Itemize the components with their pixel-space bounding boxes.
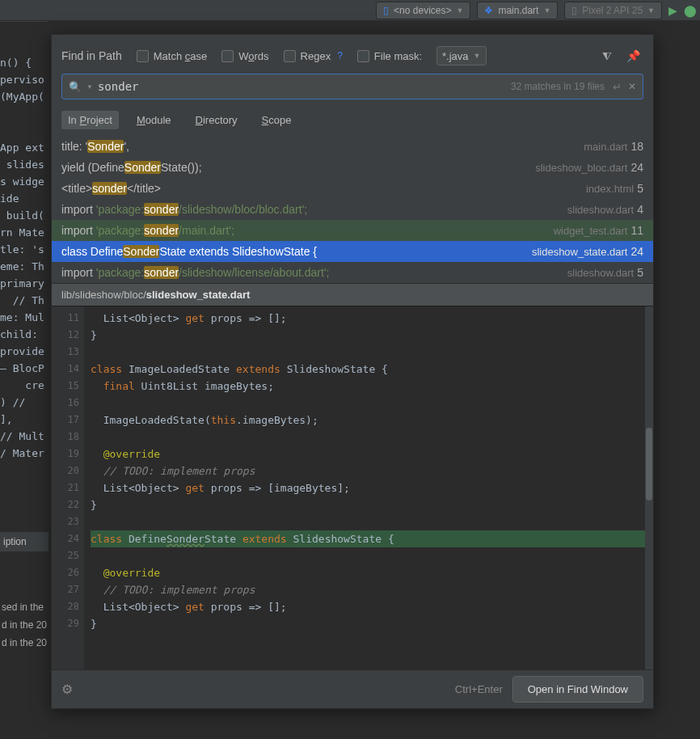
clear-icon[interactable]: ✕ (628, 81, 636, 92)
enter-icon: ↵ (613, 81, 622, 93)
ide-toolbar: ▯ <no devices> ▼ ❖ main.dart ▼ ▯ Pixel 2… (0, 0, 700, 21)
results-list: title: 'Sonder',main.dart18yield (Define… (52, 136, 653, 283)
checkbox[interactable] (137, 50, 149, 62)
checkbox[interactable] (284, 50, 296, 62)
scope-tab[interactable]: Directory (189, 111, 244, 129)
result-row[interactable]: import 'package:sonder/main.dart';widget… (52, 220, 653, 241)
gutter: 11121314151617181920212223242526272829 (52, 306, 84, 669)
background-panel-label: iption (0, 532, 48, 551)
result-row[interactable]: title: 'Sonder',main.dart18 (52, 136, 653, 157)
scrollbar[interactable] (645, 306, 653, 669)
search-input[interactable] (98, 80, 511, 93)
chevron-down-icon: ▼ (456, 6, 463, 15)
preview-file-path: lib/slideshow/bloc/slideshow_state.dart (52, 283, 653, 306)
match-case-option[interactable]: Match case (137, 50, 207, 62)
device-selector[interactable]: ▯ <no devices> ▼ (376, 2, 470, 19)
run-config-selector[interactable]: ❖ main.dart ▼ (477, 2, 558, 19)
scope-tabs: In ProjectModuleDirectoryScope (52, 99, 653, 136)
result-row[interactable]: class DefineSonderState extends Slidesho… (52, 241, 653, 262)
checkbox[interactable] (221, 50, 234, 62)
run-icon[interactable]: ▶ (668, 4, 677, 17)
find-in-path-dialog: Find in Path Match case Words Regex ? Fi… (51, 34, 654, 709)
dialog-header: Find in Path Match case Words Regex ? Fi… (52, 35, 653, 74)
match-count: 32 matches in 19 files (511, 81, 605, 92)
result-row[interactable]: import 'package:sonder/slideshow/license… (52, 262, 653, 283)
gear-icon[interactable]: ⚙ (61, 682, 73, 697)
code-lines[interactable]: List<Object> get props => []; } class Im… (84, 306, 653, 669)
search-box: 🔍 ▼ 32 matches in 19 files ↵ ✕ (61, 74, 643, 99)
scope-tab[interactable]: Scope (255, 111, 298, 129)
phone-icon: ▯ (383, 5, 389, 16)
shortcut-hint: Ctrl+Enter (455, 683, 503, 695)
device-icon: ▯ (571, 5, 577, 16)
dialog-footer: ⚙ Ctrl+Enter Open in Find Window (52, 669, 653, 708)
chevron-down-icon[interactable]: ▼ (86, 83, 93, 91)
flutter-icon: ❖ (484, 5, 493, 16)
result-row[interactable]: <title>sonder</title>index.html5 (52, 178, 653, 199)
checkbox[interactable] (357, 50, 369, 62)
open-in-find-window-button[interactable]: Open in Find Window (512, 676, 643, 703)
help-icon[interactable]: ? (337, 50, 343, 61)
chevron-down-icon: ▼ (474, 52, 481, 60)
code-preview: 11121314151617181920212223242526272829 L… (52, 306, 653, 669)
chevron-down-icon: ▼ (543, 6, 550, 15)
search-icon: 🔍 (69, 81, 82, 93)
debug-icon[interactable]: ⬤ (684, 4, 697, 17)
words-option[interactable]: Words (221, 50, 268, 62)
scope-tab[interactable]: Module (130, 111, 178, 129)
emulator-selector[interactable]: ▯ Pixel 2 API 25 ▼ (564, 2, 662, 19)
dialog-title: Find in Path (61, 49, 122, 62)
file-mask-selector[interactable]: *.java ▼ (436, 46, 486, 65)
result-row[interactable]: yield (DefineSonderState());slideshow_bl… (52, 157, 653, 178)
result-row[interactable]: import 'package:sonder/slideshow/bloc/bl… (52, 199, 653, 220)
scope-tab[interactable]: In Project (61, 111, 119, 129)
filter-icon[interactable]: ⧨ (602, 49, 612, 63)
regex-option[interactable]: Regex ? (284, 50, 343, 62)
chevron-down-icon: ▼ (647, 6, 655, 15)
file-mask-option[interactable]: File mask: (357, 50, 422, 62)
background-text-tail: sed in the d in the 20 d in the 20 (0, 598, 48, 652)
pin-icon[interactable]: 📌 (626, 49, 640, 62)
